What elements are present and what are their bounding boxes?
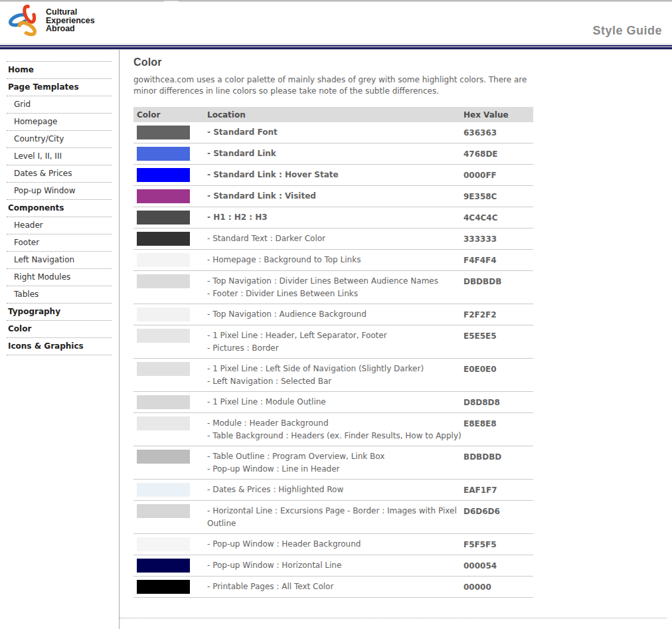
- location-cell: - Standard Link : Visited: [207, 189, 463, 203]
- color-swatch: [137, 504, 190, 518]
- hex-value: E5E5E5: [463, 329, 533, 343]
- color-swatch: [137, 395, 190, 409]
- location-line: - Horizontal Line : Excursions Page - Bo…: [207, 505, 463, 530]
- swatch-cell: [133, 253, 207, 267]
- page-bottom-divider: [120, 618, 667, 618]
- color-swatch: [137, 580, 190, 594]
- table-row: - 1 Pixel Line : Header, Left Separator,…: [133, 325, 533, 359]
- location-cell: - Top Navigation : Divider Lines Between…: [207, 274, 463, 300]
- swatch-cell: [133, 211, 207, 225]
- location-line: - Module : Header Background: [207, 417, 463, 430]
- location-line: - Standard Link: [207, 147, 463, 160]
- sidebar-item-left-navigation[interactable]: Left Navigation: [7, 252, 112, 269]
- location-line: - Standard Link : Visited: [207, 190, 463, 203]
- color-swatch: [137, 308, 190, 321]
- location-line: - Standard Text : Darker Color: [207, 232, 463, 245]
- hex-value: E8E8E8: [463, 416, 533, 430]
- hex-value: D6D6D6: [463, 504, 533, 518]
- location-cell: - 1 Pixel Line : Left Side of Navigation…: [207, 362, 463, 388]
- table-row: - Standard Link4768DE: [133, 143, 533, 165]
- swatch-cell: [133, 232, 207, 246]
- sidebar-item-level-i-ii-iii[interactable]: Level I, II, III: [7, 148, 112, 165]
- swatch-cell: [133, 126, 207, 139]
- hex-value: 000054: [463, 559, 533, 573]
- cea-logo-icon: [8, 4, 41, 37]
- sidebar-item-country-city[interactable]: Country/City: [7, 131, 112, 148]
- location-line: - Pop-up Window : Horizontal Line: [207, 559, 463, 572]
- column-header-color: Color: [133, 110, 207, 120]
- color-swatch: [137, 189, 190, 203]
- location-cell: - H1 : H2 : H3: [207, 211, 463, 224]
- hex-value: F2F2F2: [463, 308, 533, 321]
- table-row: - Module : Header Background- Table Back…: [133, 413, 533, 446]
- swatch-cell: [133, 147, 207, 161]
- logo-line-1: Cultural: [46, 8, 95, 17]
- sidebar-list: HomePage TemplatesGridHomepageCountry/Ci…: [7, 61, 112, 355]
- table-row: - Printable Pages : All Text Color00000: [133, 577, 533, 598]
- table-row: - 1 Pixel Line : Left Side of Navigation…: [133, 359, 533, 392]
- main-content: Color gowithcea.com uses a color palette…: [133, 50, 533, 629]
- color-swatch: [137, 362, 190, 376]
- sidebar-item-home[interactable]: Home: [7, 62, 112, 79]
- sidebar-item-components[interactable]: Components: [7, 200, 112, 217]
- sidebar-item-header[interactable]: Header: [7, 217, 112, 234]
- swatch-cell: [133, 308, 207, 321]
- location-cell: - Standard Link : Hover State: [207, 168, 463, 181]
- location-cell: - Homepage : Background to Top Links: [207, 253, 463, 266]
- color-swatch: [137, 274, 190, 288]
- sidebar-item-footer[interactable]: Footer: [7, 234, 112, 252]
- location-cell: - Module : Header Background- Table Back…: [207, 416, 463, 442]
- cea-logo[interactable]: Cultural Experiences Abroad: [8, 4, 95, 37]
- table-row: - Top Navigation : Audience BackgroundF2…: [133, 304, 533, 325]
- sidebar-item-pop-up-window[interactable]: Pop-up Window: [7, 183, 112, 200]
- location-line: - 1 Pixel Line : Module Outline: [207, 396, 463, 408]
- table-row: - H1 : H2 : H34C4C4C: [133, 207, 533, 228]
- location-cell: - Table Outline : Program Overview, Link…: [207, 450, 463, 476]
- hex-value: 9E358C: [463, 189, 533, 203]
- sidebar-item-page-templates[interactable]: Page Templates: [7, 79, 112, 96]
- section-heading: Color: [133, 56, 533, 68]
- color-swatch: [137, 329, 190, 343]
- logo-line-3: Abroad: [46, 25, 95, 33]
- sidebar-item-homepage[interactable]: Homepage: [7, 114, 112, 131]
- location-cell: - Top Navigation : Audience Background: [207, 308, 463, 321]
- column-header-location: Location: [207, 110, 463, 120]
- sidebar-item-right-modules[interactable]: Right Modules: [7, 269, 112, 286]
- sidebar-item-color[interactable]: Color: [7, 321, 112, 338]
- site-header: Cultural Experiences Abroad Style Guide: [0, 2, 672, 44]
- location-cell: - 1 Pixel Line : Module Outline: [207, 395, 463, 408]
- swatch-cell: [133, 168, 207, 182]
- header-divider-rule: [0, 44, 672, 50]
- logo-wordmark: Cultural Experiences Abroad: [46, 8, 95, 33]
- sidebar-item-grid[interactable]: Grid: [7, 96, 112, 114]
- color-swatch: [137, 559, 190, 573]
- color-table: Color Location Hex Value - Standard Font…: [133, 107, 533, 598]
- hex-value: BDBDBD: [463, 450, 533, 464]
- swatch-cell: [133, 450, 207, 464]
- color-swatch: [137, 147, 190, 161]
- sidebar-item-typography[interactable]: Typography: [7, 304, 112, 321]
- page-title: Style Guide: [592, 24, 662, 38]
- hex-value: E0E0E0: [463, 362, 533, 376]
- table-row: - Standard Link : Hover State0000FF: [133, 165, 533, 186]
- swatch-cell: [133, 559, 207, 573]
- location-line: - Top Navigation : Divider Lines Between…: [207, 275, 463, 288]
- sidebar-item-icons-graphics[interactable]: Icons & Graphics: [7, 338, 112, 355]
- sidebar-item-tables[interactable]: Tables: [7, 286, 112, 304]
- table-row: - Dates & Prices : Highlighted RowEAF1F7: [133, 480, 533, 501]
- intro-paragraph: gowithcea.com uses a color palette of ma…: [133, 74, 533, 97]
- swatch-cell: [133, 362, 207, 376]
- table-row: - Horizontal Line : Excursions Page - Bo…: [133, 501, 533, 534]
- sidebar-item-dates-prices[interactable]: Dates & Prices: [7, 165, 112, 183]
- swatch-cell: [133, 416, 207, 430]
- location-cell: - Pop-up Window : Header Background: [207, 537, 463, 551]
- hex-value: 333333: [463, 232, 533, 246]
- location-line: - Homepage : Background to Top Links: [207, 254, 463, 266]
- hex-value: D8D8D8: [463, 395, 533, 409]
- swatch-cell: [133, 395, 207, 409]
- location-line: - Table Background : Headers (ex. Finder…: [207, 430, 463, 442]
- table-row: - 1 Pixel Line : Module OutlineD8D8D8: [133, 392, 533, 413]
- color-swatch: [137, 168, 190, 182]
- color-swatch: [137, 416, 190, 430]
- location-cell: - Dates & Prices : Highlighted Row: [207, 483, 463, 496]
